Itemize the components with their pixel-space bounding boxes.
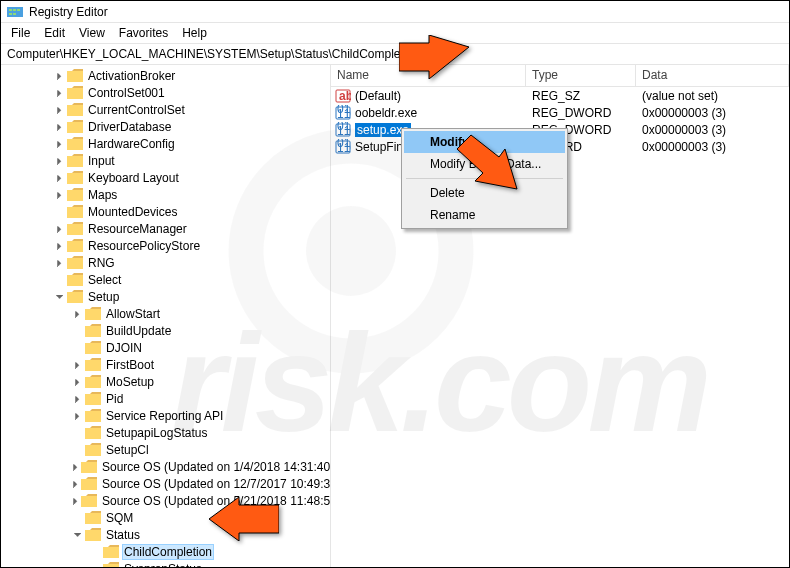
tree-item[interactable]: AllowStart [1,305,330,322]
tree-pane[interactable]: ActivationBrokerControlSet001CurrentCont… [1,65,331,567]
svg-rect-23 [85,309,101,320]
tree-item[interactable]: Service Reporting API [1,407,330,424]
tree-item[interactable]: Select [1,271,330,288]
folder-icon [67,86,83,99]
folder-icon [67,273,83,286]
svg-marker-52 [457,135,517,189]
tree-label: Source OS (Updated on 1/4/2018 14:31:40 [100,460,331,474]
chevron-right-icon[interactable] [71,410,85,421]
chevron-down-icon[interactable] [71,529,85,540]
tree-item[interactable]: DriverDatabase [1,118,330,135]
tree-item[interactable]: FirstBoot [1,356,330,373]
folder-icon [67,239,83,252]
tree-item[interactable]: Keyboard Layout [1,169,330,186]
folder-icon [67,256,83,269]
folder-icon [85,358,101,371]
tree-item[interactable]: HardwareConfig [1,135,330,152]
folder-icon [67,222,83,235]
folder-icon [67,154,83,167]
folder-icon [85,426,101,439]
chevron-right-icon[interactable] [71,308,85,319]
tree-label: ResourceManager [86,222,189,236]
tree-item[interactable]: ResourceManager [1,220,330,237]
folder-icon [67,290,83,303]
chevron-right-icon[interactable] [53,121,67,132]
svg-rect-25 [85,343,101,354]
tree-item[interactable]: MountedDevices [1,203,330,220]
tree-item[interactable]: Maps [1,186,330,203]
tree-item[interactable]: Pid [1,390,330,407]
folder-icon [67,188,83,201]
chevron-right-icon[interactable] [71,461,81,472]
svg-text:110: 110 [337,107,351,121]
folder-icon [85,375,101,388]
chevron-right-icon[interactable] [53,257,67,268]
tree-item[interactable]: Setup [1,288,330,305]
col-header-type[interactable]: Type [526,65,636,86]
svg-rect-32 [81,462,97,473]
chevron-right-icon[interactable] [53,104,67,115]
svg-rect-6 [17,9,20,11]
menu-favorites[interactable]: Favorites [113,24,174,42]
tree-item[interactable]: RNG [1,254,330,271]
tree-item[interactable]: MoSetup [1,373,330,390]
tree-label: Select [86,273,123,287]
chevron-right-icon[interactable] [53,87,67,98]
arrow-annotation [457,127,527,197]
tree-label: DriverDatabase [86,120,173,134]
tree-label: Service Reporting API [104,409,225,423]
chevron-right-icon[interactable] [71,359,85,370]
tree-item[interactable]: SetupapiLogStatus [1,424,330,441]
tree-item[interactable]: ChildCompletion [1,543,330,560]
chevron-right-icon[interactable] [53,240,67,251]
menu-view[interactable]: View [73,24,111,42]
svg-rect-22 [67,292,83,303]
tree-item[interactable]: ResourcePolicyStore [1,237,330,254]
col-header-data[interactable]: Data [636,65,789,86]
menu-file[interactable]: File [5,24,36,42]
binary-value-icon: 011110 [335,122,351,138]
svg-rect-19 [67,241,83,252]
tree-item[interactable]: BuildUpdate [1,322,330,339]
chevron-right-icon[interactable] [71,376,85,387]
chevron-right-icon[interactable] [53,172,67,183]
folder-icon [85,409,101,422]
tree-item[interactable]: ControlSet001 [1,84,330,101]
binary-value-icon: 011110 [335,105,351,121]
chevron-right-icon[interactable] [71,393,85,404]
svg-marker-53 [209,497,279,541]
svg-rect-13 [67,139,83,150]
chevron-right-icon[interactable] [71,495,81,506]
tree-item[interactable]: CurrentControlSet [1,101,330,118]
tree-item[interactable]: Input [1,152,330,169]
tree-item[interactable]: ActivationBroker [1,67,330,84]
tree-item[interactable]: Status [1,526,330,543]
tree-item[interactable]: Source OS (Updated on 5/21/2018 11:48:5 [1,492,330,509]
context-item-rename[interactable]: Rename [404,204,565,226]
tree-item[interactable]: SysprepStatus [1,560,330,567]
tree-item[interactable]: SetupCl [1,441,330,458]
chevron-right-icon[interactable] [53,138,67,149]
tree-item[interactable]: Source OS (Updated on 12/7/2017 10:49:3… [1,475,330,492]
chevron-right-icon[interactable] [53,223,67,234]
svg-rect-7 [9,13,12,15]
chevron-right-icon[interactable] [53,155,67,166]
tree-item[interactable]: SQM [1,509,330,526]
chevron-right-icon[interactable] [53,189,67,200]
svg-rect-3 [7,7,23,17]
address-input[interactable] [1,45,789,63]
list-row[interactable]: ab(Default)REG_SZ(value not set) [331,87,789,104]
tree-item[interactable]: DJOIN [1,339,330,356]
list-row[interactable]: 011110oobeldr.exeREG_DWORD0x00000003 (3) [331,104,789,121]
menu-edit[interactable]: Edit [38,24,71,42]
svg-rect-26 [85,360,101,371]
svg-rect-24 [85,326,101,337]
chevron-right-icon[interactable] [71,478,81,489]
tree-label: ResourcePolicyStore [86,239,202,253]
svg-rect-10 [67,88,83,99]
folder-icon [81,460,97,473]
tree-item[interactable]: Source OS (Updated on 1/4/2018 14:31:40 [1,458,330,475]
chevron-right-icon[interactable] [53,70,67,81]
menu-help[interactable]: Help [176,24,213,42]
chevron-down-icon[interactable] [53,291,67,302]
